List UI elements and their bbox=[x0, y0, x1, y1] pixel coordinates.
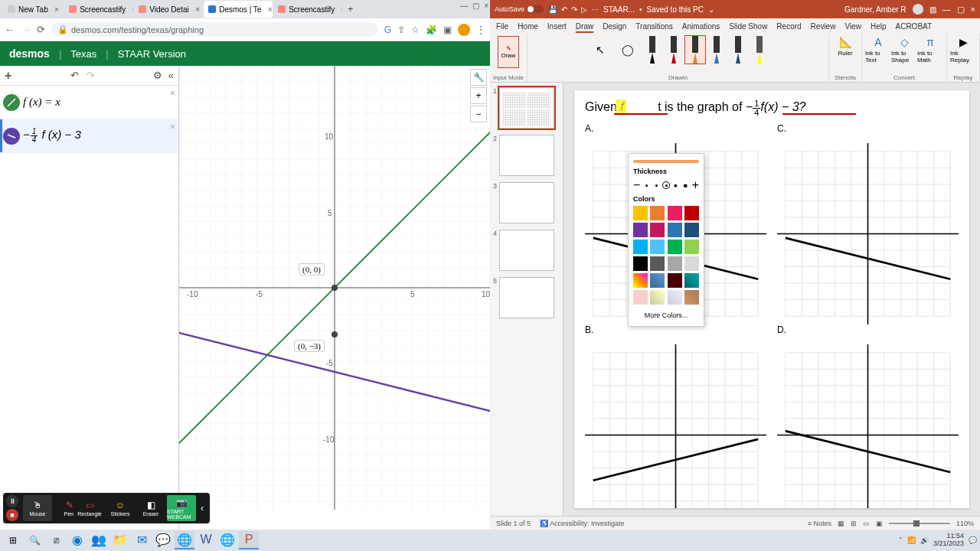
edge-app[interactable]: ◉ bbox=[67, 531, 87, 549]
collapse-icon[interactable]: « bbox=[168, 70, 174, 81]
tab-design[interactable]: Design bbox=[603, 22, 626, 31]
color-ocean[interactable] bbox=[684, 273, 699, 288]
notifications-icon[interactable]: 💬 bbox=[969, 536, 977, 544]
tab-video-detail[interactable]: Video Detai× bbox=[134, 1, 203, 18]
color-pink[interactable] bbox=[668, 206, 682, 220]
color-darkblue[interactable] bbox=[684, 223, 699, 237]
wifi-icon[interactable]: 📶 bbox=[907, 536, 916, 544]
color-rainbow[interactable] bbox=[633, 273, 648, 288]
window-icon[interactable]: ▣ bbox=[443, 24, 452, 35]
select-tool[interactable]: ↖ bbox=[587, 44, 613, 56]
notes-button[interactable]: ≡ Notes bbox=[808, 520, 831, 527]
graph-canvas[interactable]: -10 -5 5 10 10 5 -5 -10 (0, 0) (0, −3) 🔧 bbox=[179, 66, 490, 530]
thickness-5[interactable] bbox=[680, 179, 692, 191]
share-icon[interactable]: ⇪ bbox=[397, 24, 405, 35]
save-icon[interactable]: 💾 bbox=[548, 5, 557, 14]
view-reading-icon[interactable]: ▭ bbox=[863, 520, 870, 527]
collapse-icon[interactable]: ‹ bbox=[198, 503, 207, 514]
undo-icon[interactable]: ↶ bbox=[561, 5, 567, 14]
accessibility-status[interactable]: ♿ Accessibility: Investigate bbox=[540, 520, 625, 527]
thumb-3[interactable] bbox=[499, 182, 554, 223]
tab-newtab[interactable]: New Tab× bbox=[3, 1, 64, 18]
wrench-icon[interactable]: 🔧 bbox=[470, 69, 487, 86]
task-view-button[interactable]: ⎚ bbox=[46, 531, 66, 549]
tab-review[interactable]: Review bbox=[811, 22, 836, 31]
tab-draw[interactable]: Draw bbox=[576, 22, 593, 31]
chrome2-app[interactable]: 🌐 bbox=[217, 531, 237, 549]
redo-icon[interactable]: ↷ bbox=[571, 5, 577, 14]
add-expression-button[interactable]: + bbox=[5, 69, 11, 83]
redo-button[interactable]: ↷ bbox=[87, 70, 95, 81]
thickness-minus[interactable]: − bbox=[633, 178, 640, 192]
thumb-2[interactable] bbox=[499, 135, 554, 176]
pen-darkblue[interactable] bbox=[728, 36, 748, 64]
color-lightgreen[interactable] bbox=[684, 240, 699, 254]
tab-slideshow[interactable]: Slide Show bbox=[729, 22, 767, 31]
start-button[interactable]: ⊞ bbox=[3, 531, 23, 549]
menu-icon[interactable]: ⋮ bbox=[476, 24, 485, 35]
tab-animations[interactable]: Animations bbox=[682, 22, 720, 31]
pen-orange[interactable] bbox=[685, 36, 705, 64]
tab-view[interactable]: View bbox=[844, 22, 861, 31]
color-lightgray[interactable] bbox=[684, 256, 699, 271]
delete-icon[interactable]: × bbox=[169, 87, 175, 99]
color-orange[interactable] bbox=[650, 206, 665, 220]
profile-avatar[interactable] bbox=[458, 24, 470, 36]
ink-to-text[interactable]: AInk to Text bbox=[865, 36, 891, 64]
thumb-4[interactable] bbox=[499, 230, 554, 271]
color-bronze[interactable] bbox=[684, 290, 699, 305]
stop-button[interactable]: ■ bbox=[6, 509, 18, 521]
close-icon[interactable]: × bbox=[195, 5, 200, 14]
forward-button[interactable]: → bbox=[21, 24, 31, 35]
zoom-out-button[interactable]: − bbox=[470, 106, 487, 122]
ribbon-mode-icon[interactable]: ▨ bbox=[929, 5, 936, 14]
eraser-tool[interactable]: ◧Eraser bbox=[136, 495, 165, 521]
color-magenta[interactable] bbox=[650, 223, 665, 237]
autosave-toggle[interactable]: AutoSave bbox=[495, 5, 544, 13]
expr-color-icon[interactable] bbox=[3, 94, 20, 111]
pen-red[interactable] bbox=[664, 36, 684, 64]
color-purple[interactable] bbox=[633, 223, 648, 237]
close-icon[interactable]: × bbox=[971, 5, 975, 14]
more-icon[interactable]: ⋯ bbox=[591, 5, 599, 14]
close-icon[interactable]: × bbox=[54, 5, 59, 14]
color-darkgray[interactable] bbox=[650, 256, 665, 271]
ink-to-math[interactable]: πInk to Math bbox=[917, 36, 943, 64]
new-tab-button[interactable]: + bbox=[343, 2, 358, 16]
teams2-app[interactable]: 💬 bbox=[153, 531, 173, 549]
minimize-icon[interactable]: — bbox=[942, 5, 951, 14]
color-galaxy[interactable] bbox=[650, 273, 665, 288]
reload-button[interactable]: ⟳ bbox=[37, 24, 45, 35]
color-gold[interactable] bbox=[633, 206, 648, 220]
back-button[interactable]: ← bbox=[5, 24, 15, 35]
close-icon[interactable]: × bbox=[341, 5, 342, 14]
maximize-icon[interactable]: ▢ bbox=[472, 2, 479, 10]
color-black[interactable] bbox=[633, 256, 648, 271]
color-gold-tx[interactable] bbox=[650, 290, 665, 305]
webcam-button[interactable]: 📷START WEBCAM bbox=[167, 495, 196, 521]
search-button[interactable]: 🔍 bbox=[24, 531, 44, 549]
expr-color-icon[interactable] bbox=[3, 128, 20, 145]
volume-icon[interactable]: 🔊 bbox=[920, 536, 929, 544]
address-bar[interactable]: 🔒 desmos.com/testing/texas/graphing bbox=[51, 22, 378, 37]
highlighter-yellow[interactable] bbox=[750, 36, 769, 64]
mouse-tool[interactable]: 🖱Mouse bbox=[23, 495, 52, 521]
avatar[interactable] bbox=[913, 4, 923, 15]
tab-acrobat[interactable]: ACROBAT bbox=[895, 22, 932, 31]
pause-button[interactable]: ⏸ bbox=[6, 495, 18, 507]
clock[interactable]: 11:54 3/21/2023 bbox=[933, 533, 964, 548]
zoom-slider[interactable] bbox=[889, 523, 950, 524]
powerpoint-app[interactable]: P bbox=[239, 531, 259, 549]
view-normal-icon[interactable]: ▦ bbox=[838, 520, 844, 527]
zoom-in-button[interactable]: + bbox=[470, 87, 487, 104]
color-maroon[interactable] bbox=[668, 273, 682, 288]
thumb-5[interactable] bbox=[499, 277, 554, 318]
tab-insert[interactable]: Insert bbox=[547, 22, 567, 31]
tab-desmos[interactable]: Desmos | Te× bbox=[204, 1, 273, 18]
zoom-value[interactable]: 110% bbox=[956, 520, 974, 527]
ink-to-shape[interactable]: ◇Ink to Shape bbox=[891, 36, 917, 64]
color-gray[interactable] bbox=[668, 256, 682, 271]
outlook-app[interactable]: ✉ bbox=[132, 531, 152, 549]
color-skyblue[interactable] bbox=[650, 240, 665, 254]
tab-screencastify-1[interactable]: Screencastify× bbox=[64, 1, 133, 18]
